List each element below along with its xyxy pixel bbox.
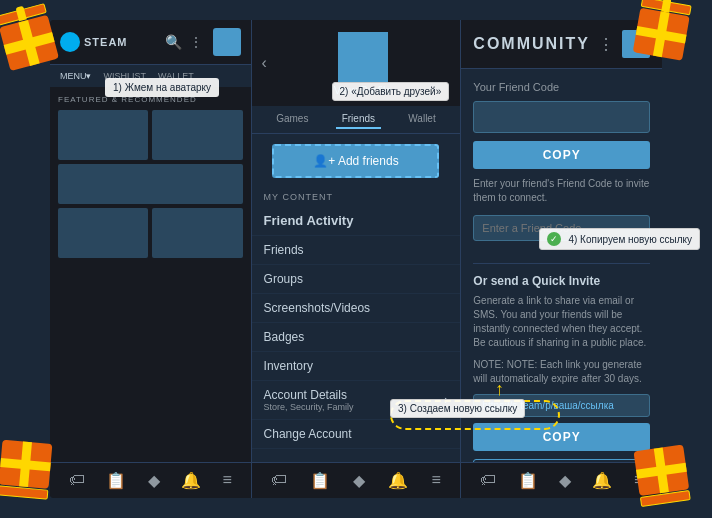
quick-invite-desc: Generate a link to share via email or SM… [473,294,650,350]
profile-avatar [338,32,388,82]
your-friend-code-label: Your Friend Code [473,81,650,93]
add-friends-icon: 👤+ [313,154,335,168]
invite-helper-text: Enter your friend's Friend Code to invit… [473,177,650,205]
menu-account-details[interactable]: Account Details Store, Security, Family … [252,381,461,420]
mid-nav-tag[interactable]: 🏷 [271,471,287,490]
right-nav-list[interactable]: 📋 [518,471,538,490]
gift-decoration-br [632,438,712,518]
mid-nav-menu[interactable]: ≡ [431,471,440,490]
right-nav-gem[interactable]: ◆ [559,471,571,490]
account-details-sub: Store, Security, Family [264,402,354,412]
nav-gem-icon[interactable]: ◆ [148,471,160,490]
middle-bottom-nav: 🏷 📋 ◆ 🔔 ≡ [252,462,461,498]
featured-img-3 [58,164,243,204]
right-nav-bell[interactable]: 🔔 [592,471,612,490]
featured-img-4 [58,208,148,258]
menu-friends[interactable]: Friends [252,236,461,265]
link-url-input[interactable] [473,394,650,417]
featured-img-2 [152,110,242,160]
enter-friend-code-input[interactable] [473,215,650,241]
gift-decoration-bl [0,438,80,518]
copy-button-2[interactable]: COPY [473,423,650,451]
menu-friend-activity[interactable]: Friend Activity [252,206,461,236]
menu-dots-icon[interactable]: ⋮ [189,34,205,50]
featured-img-1 [58,110,148,160]
community-content: Your Friend Code COPY Enter your friend'… [461,69,662,462]
quick-invite-title: Or send a Quick Invite [473,274,650,288]
steam-panel: STEAM 🔍 ⋮ MENU▾ WISHLIST WALLET 1) Жмем … [50,20,251,498]
my-content-label: MY CONTENT [252,188,461,206]
nav-menu-icon[interactable]: ≡ [222,471,231,490]
user-avatar[interactable] [213,28,241,56]
friend-code-input[interactable] [473,101,650,133]
divider [473,263,650,264]
mid-nav-bell[interactable]: 🔔 [388,471,408,490]
featured-section: FEATURED & RECOMMENDED [50,87,251,462]
mini-tabs: Games Friends Wallet [252,106,461,134]
tab-games[interactable]: Games [270,110,314,129]
community-panel: COMMUNITY ⋮ Your Friend Code COPY Enter … [460,20,662,498]
add-friends-button[interactable]: 👤+ Add friends [272,144,439,178]
copy-button-1[interactable]: COPY [473,141,650,169]
menu-badges[interactable]: Badges [252,323,461,352]
search-icon[interactable]: 🔍 [165,34,181,50]
right-nav-tag[interactable]: 🏷 [480,471,496,490]
menu-inventory[interactable]: Inventory [252,352,461,381]
annotation-click-avatar: 1) Жмем на аватарку [105,78,219,97]
mid-nav-list[interactable]: 📋 [310,471,330,490]
gift-decoration-tr [632,0,712,80]
community-title: COMMUNITY [473,35,590,53]
steam-logo-text: STEAM [84,36,128,48]
note-label: NOTE: [473,359,506,370]
nav-list-icon[interactable]: 📋 [106,471,126,490]
back-button[interactable]: ‹ [262,54,267,72]
tab-wallet[interactable]: Wallet [402,110,441,129]
annotation-add-friends: 2) «Добавить друзей» [332,82,450,101]
featured-img-5 [152,208,242,258]
tab-friends[interactable]: Friends [336,110,381,129]
menu-change-account[interactable]: Change Account [252,420,461,449]
note-text: NOTE: NOTE: Each link you generate will … [473,358,650,386]
main-container: STEAM 🔍 ⋮ MENU▾ WISHLIST WALLET 1) Жмем … [50,20,662,498]
mid-nav-gem[interactable]: ◆ [353,471,365,490]
account-details-label: Account Details [264,388,354,402]
menu-groups[interactable]: Groups [252,265,461,294]
community-menu-icon[interactable]: ⋮ [598,35,614,54]
steam-header-icons: 🔍 ⋮ [165,28,241,56]
add-friends-label: Add friends [338,154,399,168]
nav-bell-icon[interactable]: 🔔 [181,471,201,490]
middle-panel: ‹ View Profile 2) «Добавить друзей» Game… [251,20,461,498]
generate-link-button[interactable]: Generate new link [473,459,650,462]
menu-screenshots[interactable]: Screenshots/Videos [252,294,461,323]
arrow-icon: › [444,393,448,407]
featured-images [58,110,243,258]
gift-decoration-tl [0,0,80,80]
